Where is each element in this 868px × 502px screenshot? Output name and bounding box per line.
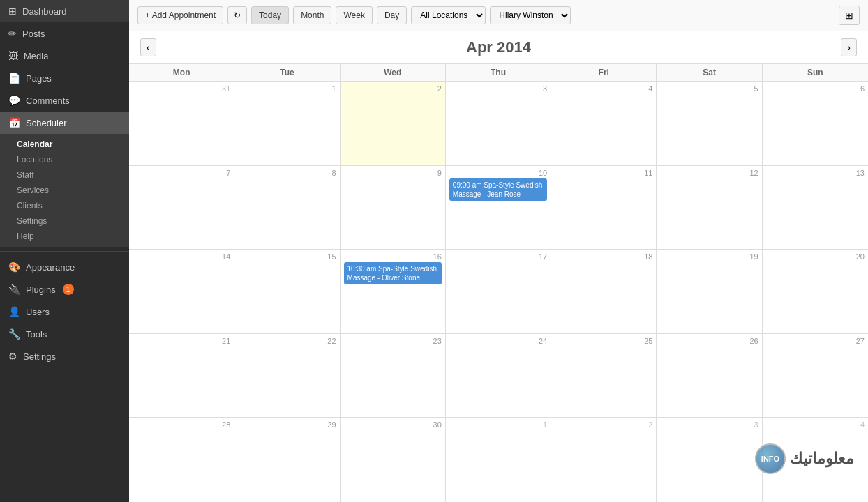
day-header-tue: Tue [234,64,340,81]
staff-select[interactable]: Hilary Winston [490,6,571,24]
cal-cell-r2-c4[interactable]: 18 [551,250,657,333]
cal-cell-r2-c0[interactable]: 14 [129,250,234,333]
cal-cell-r2-c5[interactable]: 19 [657,250,762,333]
cal-cell-r4-c1[interactable]: 29 [234,418,340,502]
cal-cell-r1-c1[interactable]: 8 [234,166,340,250]
sidebar-item-users[interactable]: 👤Users [0,301,129,323]
cal-cell-r0-c2[interactable]: 2 [341,82,446,165]
sidebar-item-posts[interactable]: ✏Posts [0,22,129,45]
cal-cell-r2-c6[interactable]: 20 [763,250,868,333]
settings-bottom-icon: ⚙ [8,351,17,362]
today-button[interactable]: Today [251,6,289,24]
day-header-sun: Sun [763,64,868,81]
day-number: 4 [555,84,652,93]
sidebar-sub-services[interactable]: Services [0,183,129,198]
prev-month-button[interactable]: ‹ [140,38,156,56]
refresh-button[interactable]: ↻ [227,6,247,24]
sidebar-item-label: Pages [26,73,52,84]
expand-button[interactable]: ⊞ [839,6,860,25]
day-number: 20 [766,252,865,261]
cal-cell-r3-c4[interactable]: 25 [551,334,657,418]
month-button[interactable]: Month [293,6,331,24]
day-number: 30 [344,420,442,429]
cal-cell-r3-c0[interactable]: 21 [129,334,234,418]
cal-cell-r1-c4[interactable]: 11 [551,166,657,250]
event-block-evt1[interactable]: 09:00 am Spa-Style Swedish Massage - Jea… [449,178,547,201]
calendar-header: ‹ Apr 2014 › [129,31,868,63]
day-number: 28 [133,420,230,429]
sidebar-sub-clients[interactable]: Clients [0,198,129,213]
sidebar-item-tools[interactable]: 🔧Tools [0,323,129,345]
cal-cell-r1-c2[interactable]: 9 [341,166,446,250]
day-number: 6 [766,84,865,93]
sidebar-item-pages[interactable]: 📄Pages [0,67,129,89]
sidebar-item-label: Posts [22,29,45,39]
cal-cell-r0-c5[interactable]: 5 [657,82,762,165]
pages-icon: 📄 [8,73,20,84]
day-number: 5 [660,84,758,93]
day-number: 24 [449,337,547,345]
cal-cell-r3-c1[interactable]: 22 [234,334,340,418]
day-button[interactable]: Day [377,6,407,24]
day-number: 8 [238,169,336,177]
cal-cell-r4-c2[interactable]: 30 [341,418,446,502]
calendar-grid: MonTueWedThuFriSatSun 311234567891009:00… [129,63,868,502]
sidebar-item-label: Settings [23,351,56,362]
sidebar-item-comments[interactable]: 💬Comments [0,89,129,112]
appearance-icon: 🎨 [8,261,20,273]
cal-cell-r4-c5[interactable]: 3 [657,418,762,502]
day-header-wed: Wed [341,64,446,81]
cal-cell-r0-c1[interactable]: 1 [234,82,340,165]
calendar-title: Apr 2014 [466,38,531,56]
sidebar-item-settings-bottom[interactable]: ⚙Settings [0,345,129,367]
cal-cell-r0-c6[interactable]: 6 [763,82,868,165]
week-button[interactable]: Week [336,6,372,24]
cal-cell-r3-c6[interactable]: 27 [763,334,868,418]
next-month-button[interactable]: › [841,38,857,56]
cal-cell-r1-c3[interactable]: 1009:00 am Spa-Style Swedish Massage - J… [446,166,551,250]
cal-cell-r1-c6[interactable]: 13 [763,166,868,250]
day-number: 1 [238,84,336,93]
sidebar-item-dashboard[interactable]: ⊞Dashboard [0,0,129,22]
day-number: 23 [344,337,442,345]
sidebar-item-appearance[interactable]: 🎨Appearance [0,256,129,278]
day-number: 2 [555,420,652,429]
sidebar-item-plugins[interactable]: 🔌Plugins1 [0,278,129,301]
day-number: 29 [238,420,336,429]
cal-cell-r3-c5[interactable]: 26 [657,334,762,418]
sidebar-item-label: Tools [26,329,47,340]
sidebar-sub-locations[interactable]: Locations [0,152,129,167]
cal-cell-r2-c3[interactable]: 17 [446,250,551,333]
cal-cell-r2-c1[interactable]: 15 [234,250,340,333]
media-icon: 🖼 [8,50,18,61]
sidebar-item-label: Dashboard [22,6,67,17]
cal-cell-r0-c3[interactable]: 3 [446,82,551,165]
cal-cell-r2-c2[interactable]: 1610:30 am Spa-Style Swedish Massage - O… [341,250,446,333]
day-number: 22 [238,337,336,345]
add-appointment-button[interactable]: + Add Appointment [137,6,223,24]
location-select[interactable]: All Locations [411,6,486,24]
day-number: 9 [344,169,442,177]
sidebar-sub-settings[interactable]: Settings [0,213,129,229]
day-number: 12 [660,169,758,177]
cal-cell-r4-c0[interactable]: 28 [129,418,234,502]
day-number: 17 [449,252,547,261]
cal-cell-r3-c3[interactable]: 24 [446,334,551,418]
cal-cell-r4-c3[interactable]: 1 [446,418,551,502]
day-header-mon: Mon [129,64,234,81]
sidebar-item-scheduler[interactable]: 📅Scheduler [0,112,129,134]
cal-cell-r1-c0[interactable]: 7 [129,166,234,250]
event-block-evt2[interactable]: 10:30 am Spa-Style Swedish Massage - Oli… [344,262,442,284]
sidebar-sub-calendar[interactable]: Calendar [0,137,129,152]
cal-cell-r4-c4[interactable]: 2 [551,418,657,502]
cal-cell-r0-c4[interactable]: 4 [551,82,657,165]
sidebar-item-media[interactable]: 🖼Media [0,45,129,67]
watermark: INFO معلوماتيك [755,443,854,474]
cal-cell-r1-c5[interactable]: 12 [657,166,762,250]
cal-cell-r0-c0[interactable]: 31 [129,82,234,165]
cal-cell-r3-c2[interactable]: 23 [341,334,446,418]
sidebar-sub-staff[interactable]: Staff [0,167,129,183]
comments-icon: 💬 [8,95,20,106]
sidebar-sub-help[interactable]: Help [0,229,129,244]
sidebar-item-label: Media [24,51,48,61]
